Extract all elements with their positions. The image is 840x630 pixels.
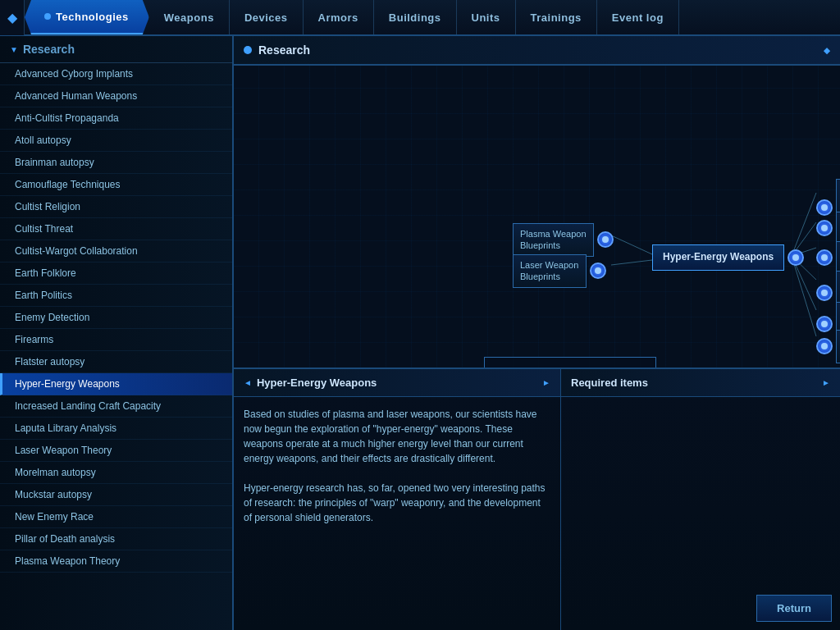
- hyper-energy-box[interactable]: Hyper-Energy Weapons: [652, 244, 784, 271]
- sidebar-item-cultist-wargot[interactable]: Cultist-Wargot Collaboration: [0, 240, 232, 262]
- plasma-weapon-box[interactable]: Plasma WeaponBlueprints: [513, 223, 594, 257]
- info-box-title: Hyperenergy weapons lab: [496, 366, 644, 368]
- desc-right-arrow-icon: ►: [542, 378, 550, 387]
- sidebar-item-plasma-theory[interactable]: Plasma Weapon Theory: [0, 550, 232, 573]
- info-box: Hyperenergy weapons lab Basic research t…: [484, 357, 656, 368]
- tab-armors[interactable]: Armors: [304, 0, 374, 34]
- sidebar-item-muckstar[interactable]: Muckstar autopsy: [0, 484, 232, 506]
- description-panel: ◄ Hyper-Energy Weapons ► Based on studie…: [234, 369, 561, 630]
- node-laser-weapon[interactable]: Laser WeaponBlueprints: [513, 254, 606, 288]
- energon-box[interactable]: Energon Blueprints: [836, 330, 840, 363]
- laser-weapon-box[interactable]: Laser WeaponBlueprints: [513, 254, 587, 288]
- tab-icon: [44, 13, 51, 20]
- research-panel: Research ◆: [234, 36, 840, 368]
- tab-units[interactable]: Units: [457, 0, 516, 34]
- sidebar-item-earth-politics[interactable]: Earth Politics: [0, 285, 232, 307]
- sidebar-item-advanced-cyborg[interactable]: Advanced Cyborg Implants: [0, 63, 232, 85]
- sidebar-item-cultist-threat[interactable]: Cultist Threat: [0, 218, 232, 240]
- tab-event-log[interactable]: Event log: [597, 0, 679, 34]
- node-power-shield[interactable]: Power ShieldBlueprints: [816, 212, 840, 245]
- header-right-arrow: ◆: [824, 46, 830, 55]
- tab-weapons[interactable]: Weapons: [149, 0, 230, 34]
- sidebar-item-laputa[interactable]: Laputa Library Analysis: [0, 418, 232, 440]
- sidebar-item-enemy-detection[interactable]: Enemy Detection: [0, 307, 232, 329]
- sidebar-header: ▼ Research: [0, 36, 232, 63]
- node-plasma-weapon[interactable]: Plasma WeaponBlueprints: [513, 223, 614, 257]
- stasis-circle: [816, 285, 833, 301]
- bottom-area: ◄ Hyper-Energy Weapons ► Based on studie…: [234, 368, 840, 630]
- sidebar-arrow-icon: ▼: [10, 45, 18, 54]
- sidebar-item-camouflage[interactable]: Camouflage Techniques: [0, 174, 232, 196]
- hyper-energy-circle: [788, 249, 804, 266]
- tab-devices[interactable]: Devices: [230, 0, 304, 34]
- laser-weapon-circle: [590, 262, 606, 279]
- nav-corner: ◆: [0, 0, 25, 35]
- sidebar-item-atoll[interactable]: Atoll autopsy: [0, 130, 232, 152]
- required-panel: Required items ►: [561, 369, 840, 630]
- return-button[interactable]: Return: [756, 595, 832, 622]
- required-header: Required items ►: [561, 369, 840, 397]
- tab-trainings[interactable]: Trainings: [516, 0, 597, 34]
- sidebar-item-firearms[interactable]: Firearms: [0, 329, 232, 351]
- node-energon[interactable]: Energon Blueprints: [816, 330, 840, 363]
- warp-weapon-circle: [816, 249, 833, 266]
- tab-technologies[interactable]: Technologies: [25, 0, 149, 34]
- sidebar-item-hyper-energy[interactable]: Hyper-Energy Weapons: [0, 373, 232, 395]
- research-panel-header: Research ◆: [234, 36, 840, 66]
- sidebar: ▼ Research Advanced Cyborg Implants Adva…: [0, 36, 234, 630]
- svg-line-1: [611, 260, 652, 265]
- sidebar-item-flatster[interactable]: Flatster autopsy: [0, 351, 232, 373]
- warp-weapon-box[interactable]: Warp Weapon Theory: [836, 241, 840, 275]
- sidebar-item-increased-landing[interactable]: Increased Landing Craft Capacity: [0, 395, 232, 418]
- sidebar-item-earth-folklore[interactable]: Earth Folklore: [0, 262, 232, 285]
- connections-svg: [234, 66, 840, 368]
- power-shield-box[interactable]: Power ShieldBlueprints: [836, 212, 840, 245]
- sidebar-item-cultist-religion[interactable]: Cultist Religion: [0, 196, 232, 218]
- main-layout: ▼ Research Advanced Cyborg Implants Adva…: [0, 36, 840, 630]
- req-right-arrow-icon: ►: [822, 378, 830, 387]
- desc-left-arrow-icon: ◄: [244, 378, 252, 387]
- sidebar-item-pillar[interactable]: Pillar of Death analysis: [0, 528, 232, 550]
- sidebar-item-brainman[interactable]: Brainman autopsy: [0, 152, 232, 174]
- description-content: Based on studies of plasma and laser wea…: [234, 397, 560, 630]
- sidebar-item-laser-theory[interactable]: Laser Weapon Theory: [0, 440, 232, 462]
- bottom-panels: ◄ Hyper-Energy Weapons ► Based on studie…: [234, 369, 840, 630]
- sidebar-item-new-enemy[interactable]: New Enemy Race: [0, 506, 232, 528]
- header-dot: [244, 46, 252, 54]
- sidebar-list[interactable]: Advanced Cyborg Implants Advanced Human …: [0, 63, 232, 630]
- top-navigation: ◆ Technologies Weapons Devices Armors Bu…: [0, 0, 840, 36]
- sidebar-item-anti-cultist[interactable]: Anti-Cultist Propaganda: [0, 107, 232, 130]
- research-canvas[interactable]: Plasma WeaponBlueprints Laser WeaponBlue…: [234, 66, 840, 368]
- node-warp-weapon[interactable]: Warp Weapon Theory: [816, 241, 840, 275]
- plasma-weapon-circle: [597, 231, 614, 248]
- power-shield-circle: [816, 220, 833, 236]
- energon-circle: [816, 338, 833, 354]
- node-hyper-energy[interactable]: Hyper-Energy Weapons: [652, 244, 804, 271]
- sidebar-item-advanced-human[interactable]: Advanced Human Weapons: [0, 85, 232, 107]
- content-area: Research ◆: [234, 36, 840, 630]
- sidebar-item-morelman[interactable]: Morelman autopsy: [0, 462, 232, 484]
- description-header: ◄ Hyper-Energy Weapons ►: [234, 369, 560, 397]
- tab-buildings[interactable]: Buildings: [374, 0, 457, 34]
- svg-line-0: [611, 235, 652, 254]
